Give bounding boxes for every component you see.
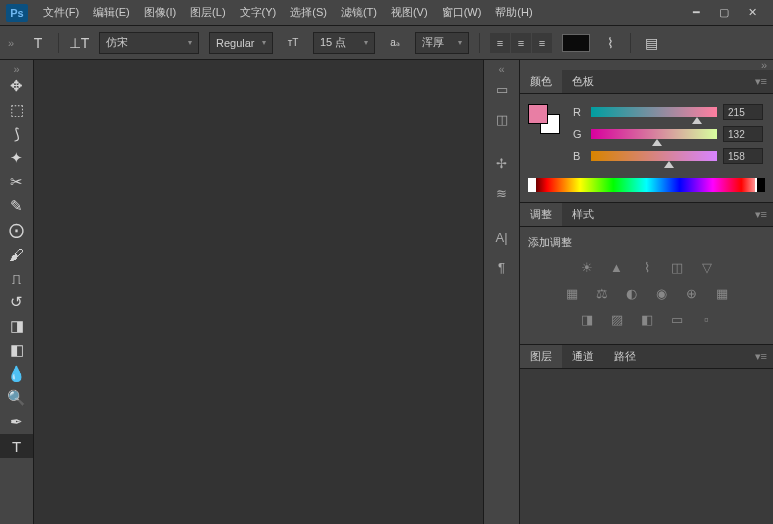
color-panel-menu-icon[interactable]: ▾≡ bbox=[755, 75, 767, 88]
gradient-map-icon[interactable]: ▭ bbox=[668, 310, 686, 328]
brightness-contrast-icon[interactable]: ☀ bbox=[578, 258, 596, 276]
optbar-collapse-icon[interactable]: » bbox=[8, 26, 18, 59]
layers-panel-menu-icon[interactable]: ▾≡ bbox=[755, 350, 767, 363]
r-slider[interactable] bbox=[591, 107, 717, 117]
channel-mixer-icon[interactable]: ⊕ bbox=[683, 284, 701, 302]
font-size-icon: тT bbox=[283, 33, 303, 53]
menu-layer[interactable]: 图层(L) bbox=[183, 0, 232, 25]
exposure-icon[interactable]: ◫ bbox=[668, 258, 686, 276]
photo-filter-icon[interactable]: ◉ bbox=[653, 284, 671, 302]
menu-edit[interactable]: 编辑(E) bbox=[86, 0, 137, 25]
dodge-tool-icon[interactable]: 🔍 bbox=[0, 386, 33, 410]
menu-help[interactable]: 帮助(H) bbox=[488, 0, 539, 25]
menu-type[interactable]: 文字(Y) bbox=[233, 0, 284, 25]
font-size-value: 15 点 bbox=[320, 35, 346, 50]
tab-layers[interactable]: 图层 bbox=[520, 345, 562, 368]
g-label: G bbox=[573, 128, 585, 140]
character-docked-icon[interactable]: A| bbox=[484, 222, 519, 252]
brushes-panel-icon[interactable]: ✢ bbox=[484, 148, 519, 178]
black-white-icon[interactable]: ◐ bbox=[623, 284, 641, 302]
font-family-dropdown[interactable]: 仿宋 ▾ bbox=[99, 32, 199, 54]
menu-filter[interactable]: 滤镜(T) bbox=[334, 0, 384, 25]
tab-channels[interactable]: 通道 bbox=[562, 345, 604, 368]
menu-view[interactable]: 视图(V) bbox=[384, 0, 435, 25]
marquee-tool-icon[interactable]: ⬚ bbox=[0, 98, 33, 122]
panel-stack: » 颜色 色板 ▾≡ R G bbox=[519, 60, 773, 524]
font-weight-dropdown[interactable]: Regular ▾ bbox=[209, 32, 273, 54]
align-center-icon[interactable]: ≡ bbox=[511, 33, 531, 53]
chevron-down-icon: ▾ bbox=[364, 38, 368, 47]
menu-image[interactable]: 图像(I) bbox=[137, 0, 183, 25]
color-balance-icon[interactable]: ⚖ bbox=[593, 284, 611, 302]
character-panel-icon[interactable]: ▤ bbox=[641, 33, 661, 53]
window-close-icon[interactable]: ✕ bbox=[743, 4, 761, 22]
font-size-dropdown[interactable]: 15 点 ▾ bbox=[313, 32, 375, 54]
chevron-down-icon: ▾ bbox=[458, 38, 462, 47]
gradient-tool-icon[interactable]: ◧ bbox=[0, 338, 33, 362]
brush-presets-panel-icon[interactable]: ≋ bbox=[484, 178, 519, 208]
eraser-tool-icon[interactable]: ◨ bbox=[0, 314, 33, 338]
tab-color[interactable]: 颜色 bbox=[520, 70, 562, 93]
warp-text-icon[interactable]: ⌇ bbox=[600, 33, 620, 53]
layers-list[interactable] bbox=[520, 369, 773, 524]
panelstack-collapse-icon[interactable]: » bbox=[520, 60, 773, 70]
menu-window[interactable]: 窗口(W) bbox=[435, 0, 489, 25]
window-maximize-icon[interactable]: ▢ bbox=[715, 4, 733, 22]
menu-select[interactable]: 选择(S) bbox=[283, 0, 334, 25]
b-slider[interactable] bbox=[591, 151, 717, 161]
magic-wand-tool-icon[interactable]: ✦ bbox=[0, 146, 33, 170]
paragraph-docked-icon[interactable]: ¶ bbox=[484, 252, 519, 282]
brush-tool-icon[interactable]: 🖌 bbox=[0, 242, 33, 266]
eyedropper-tool-icon[interactable]: ✎ bbox=[0, 194, 33, 218]
threshold-icon[interactable]: ◧ bbox=[638, 310, 656, 328]
foreground-background-swatches[interactable] bbox=[528, 104, 560, 134]
anti-alias-icon: aₐ bbox=[385, 33, 405, 53]
levels-icon[interactable]: ▲ bbox=[608, 258, 626, 276]
healing-brush-tool-icon[interactable]: ⨀ bbox=[0, 218, 33, 242]
history-brush-tool-icon[interactable]: ↺ bbox=[0, 290, 33, 314]
lasso-tool-icon[interactable]: ⟆ bbox=[0, 122, 33, 146]
text-color-swatch[interactable] bbox=[562, 34, 590, 52]
tab-adjustments[interactable]: 调整 bbox=[520, 203, 562, 226]
g-slider[interactable] bbox=[591, 129, 717, 139]
workspace: » ✥ ⬚ ⟆ ✦ ✂ ✎ ⨀ 🖌 ⎍ ↺ ◨ ◧ 💧 🔍 ✒ T « ▭ ◫ … bbox=[0, 60, 773, 524]
tab-styles[interactable]: 样式 bbox=[562, 203, 604, 226]
color-panel-tabs: 颜色 色板 ▾≡ bbox=[520, 70, 773, 94]
text-orientation-icon[interactable]: ⊥T bbox=[69, 33, 89, 53]
toolbox-collapse-icon[interactable]: » bbox=[0, 64, 33, 74]
canvas-area[interactable] bbox=[34, 60, 483, 524]
vibrance-icon[interactable]: ▽ bbox=[698, 258, 716, 276]
font-weight-value: Regular bbox=[216, 37, 255, 49]
window-minimize-icon[interactable]: ━ bbox=[687, 4, 705, 22]
clone-stamp-tool-icon[interactable]: ⎍ bbox=[0, 266, 33, 290]
menu-bar: Ps 文件(F) 编辑(E) 图像(I) 图层(L) 文字(Y) 选择(S) 滤… bbox=[0, 0, 773, 26]
type-tool-icon[interactable]: T bbox=[0, 434, 33, 458]
properties-panel-icon[interactable]: ◫ bbox=[484, 104, 519, 134]
dock-collapse-icon[interactable]: « bbox=[484, 64, 519, 74]
r-value-input[interactable] bbox=[723, 104, 763, 120]
g-value-input[interactable] bbox=[723, 126, 763, 142]
adjust-panel-menu-icon[interactable]: ▾≡ bbox=[755, 208, 767, 221]
curves-icon[interactable]: ⌇ bbox=[638, 258, 656, 276]
blur-tool-icon[interactable]: 💧 bbox=[0, 362, 33, 386]
tab-paths[interactable]: 路径 bbox=[604, 345, 646, 368]
move-tool-icon[interactable]: ✥ bbox=[0, 74, 33, 98]
anti-alias-dropdown[interactable]: 浑厚 ▾ bbox=[415, 32, 469, 54]
selective-color-icon[interactable]: ▫ bbox=[698, 310, 716, 328]
posterize-icon[interactable]: ▨ bbox=[608, 310, 626, 328]
pen-tool-icon[interactable]: ✒ bbox=[0, 410, 33, 434]
b-value-input[interactable] bbox=[723, 148, 763, 164]
color-spectrum[interactable] bbox=[528, 178, 765, 192]
foreground-color-swatch[interactable] bbox=[528, 104, 548, 124]
app-logo: Ps bbox=[6, 4, 28, 22]
type-tool-preset-icon[interactable]: T bbox=[28, 33, 48, 53]
color-lookup-icon[interactable]: ▦ bbox=[713, 284, 731, 302]
crop-tool-icon[interactable]: ✂ bbox=[0, 170, 33, 194]
tab-swatches[interactable]: 色板 bbox=[562, 70, 604, 93]
align-left-icon[interactable]: ≡ bbox=[490, 33, 510, 53]
align-right-icon[interactable]: ≡ bbox=[532, 33, 552, 53]
menu-file[interactable]: 文件(F) bbox=[36, 0, 86, 25]
invert-icon[interactable]: ◨ bbox=[578, 310, 596, 328]
history-panel-icon[interactable]: ▭ bbox=[484, 74, 519, 104]
hue-saturation-icon[interactable]: ▦ bbox=[563, 284, 581, 302]
